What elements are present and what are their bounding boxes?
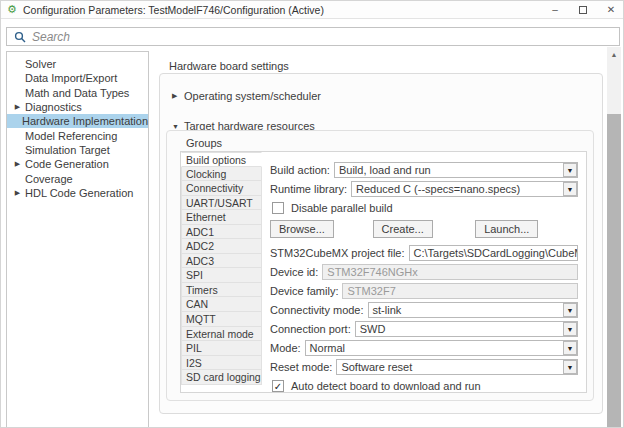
sidebar-item-label: HDL Code Generation (24, 187, 133, 199)
build-options-form: Build action: Build, load and run ▼ Runt… (262, 152, 586, 392)
reset-mode-select[interactable]: Software reset ▼ (336, 359, 578, 375)
auto-detect-label: Auto detect board to download and run (291, 380, 481, 392)
device-id-field: STM32F746NGHx (322, 264, 578, 280)
disable-parallel-build-label: Disable parallel build (291, 202, 393, 214)
connectivity-mode-label: Connectivity mode: (270, 304, 364, 316)
configuration-parameters-window: ⚙ Configuration Parameters: TestModelF74… (0, 0, 624, 428)
minimize-button[interactable]: – (541, 1, 569, 19)
sidebar-item-hdl-code-generation[interactable]: ▶HDL Code Generation (7, 186, 148, 200)
device-family-label: Device family: (270, 285, 338, 297)
chevron-right-icon[interactable]: ▶ (11, 160, 24, 168)
group-tab-adc3[interactable]: ADC3 (181, 254, 262, 269)
runtime-library-label: Runtime library: (270, 183, 347, 195)
window-title: Configuration Parameters: TestModelF746/… (23, 4, 324, 16)
group-tab-uart-usart[interactable]: UART/USART (181, 196, 262, 211)
sidebar-item-math-and-data-types[interactable]: Math and Data Types (7, 86, 148, 100)
group-tab-pil[interactable]: PIL (181, 341, 262, 356)
project-file-input[interactable]: C:\Targets\SDCardLogging\CubeMXWorkflow (409, 245, 579, 261)
connection-port-row: Connection port: SWD ▼ (270, 321, 578, 337)
sidebar-item-data-import-export[interactable]: Data Import/Export (7, 71, 148, 85)
build-action-row: Build action: Build, load and run ▼ (270, 162, 578, 178)
groups-tab-list: Build optionsClockingConnectivityUART/US… (181, 152, 262, 392)
reset-mode-row: Reset mode: Software reset ▼ (270, 359, 578, 375)
dropdown-arrow-icon[interactable]: ▼ (563, 303, 577, 317)
group-tab-timers[interactable]: Timers (181, 283, 262, 298)
group-tab-clocking[interactable]: Clocking (181, 167, 262, 182)
dropdown-arrow-icon[interactable]: ▼ (563, 322, 577, 336)
chevron-right-icon[interactable]: ▶ (11, 189, 24, 197)
disable-parallel-build-checkbox[interactable] (272, 202, 284, 214)
reset-mode-label: Reset mode: (270, 361, 332, 373)
group-tab-connectivity[interactable]: Connectivity (181, 181, 262, 196)
sidebar-item-label: Code Generation (24, 158, 109, 170)
group-tab-external-mode[interactable]: External mode (181, 327, 262, 342)
sidebar-item-model-referencing[interactable]: Model Referencing (7, 128, 148, 142)
sidebar-item-hardware-implementation[interactable]: Hardware Implementation (7, 114, 148, 128)
group-tab-sd-card-logging[interactable]: SD card logging (181, 370, 262, 385)
sidebar-item-diagnostics[interactable]: ▶Diagnostics (7, 100, 148, 114)
build-action-select[interactable]: Build, load and run ▼ (334, 162, 578, 178)
mode-label: Mode: (270, 342, 301, 354)
device-family-field: STM32F7 (342, 283, 578, 299)
button-cell: Create... (373, 220, 476, 239)
device-id-row: Device id: STM32F746NGHx (270, 264, 578, 280)
connectivity-mode-select[interactable]: st-link ▼ (368, 302, 578, 318)
app-gear-icon: ⚙ (7, 4, 18, 15)
disable-parallel-build-row: Disable parallel build (272, 201, 578, 215)
search-placeholder: Search (32, 30, 70, 44)
sidebar-item-code-generation[interactable]: ▶Code Generation (7, 157, 148, 171)
chevron-right-icon: ▶ (172, 92, 184, 100)
group-tab-ethernet[interactable]: Ethernet (181, 210, 262, 225)
section-operating-system-scheduler[interactable]: ▶ Operating system/scheduler (172, 90, 602, 102)
group-tab-adc2[interactable]: ADC2 (181, 239, 262, 254)
dropdown-arrow-icon[interactable]: ▼ (563, 163, 577, 177)
dropdown-arrow-icon[interactable]: ▼ (563, 360, 577, 374)
group-tab-spi[interactable]: SPI (181, 268, 262, 283)
runtime-library-select[interactable]: Reduced C (--specs=nano.specs) ▼ (351, 181, 578, 197)
group-tab-build-options[interactable]: Build options (181, 152, 262, 167)
browse-button[interactable]: Browse... (270, 220, 334, 238)
sidebar-item-label: Simulation Target (24, 144, 110, 156)
button-cell: Browse... (270, 220, 373, 239)
search-input[interactable]: Search (6, 27, 620, 46)
mode-row: Mode: Normal ▼ (270, 340, 578, 356)
auto-detect-checkbox[interactable]: ✓ (272, 380, 284, 392)
sidebar-item-coverage[interactable]: Coverage (7, 171, 148, 185)
project-file-row: STM32CubeMX project file: C:\Targets\SDC… (270, 245, 578, 261)
group-tab-can[interactable]: CAN (181, 297, 262, 312)
sidebar-item-label: Coverage (24, 173, 73, 185)
groups-content-panel: Build optionsClockingConnectivityUART/US… (180, 151, 587, 393)
sidebar-item-simulation-target[interactable]: Simulation Target (7, 143, 148, 157)
sidebar-item-label: Solver (24, 58, 56, 70)
vertical-scrollbar[interactable]: ▲ (607, 47, 621, 428)
title-bar: ⚙ Configuration Parameters: TestModelF74… (1, 1, 624, 19)
group-tab-mqtt[interactable]: MQTT (181, 312, 262, 327)
scrollbar-thumb[interactable] (607, 114, 621, 428)
sidebar-item-label: Hardware Implementation (21, 115, 148, 127)
sidebar-item-label: Math and Data Types (24, 87, 129, 99)
section-label: Operating system/scheduler (184, 90, 321, 102)
mode-select[interactable]: Normal ▼ (305, 340, 578, 356)
connectivity-mode-row: Connectivity mode: st-link ▼ (270, 302, 578, 318)
scroll-up-arrow-icon[interactable]: ▲ (607, 47, 621, 61)
chevron-down-icon: ▼ (172, 123, 184, 130)
dropdown-arrow-icon[interactable]: ▼ (563, 182, 577, 196)
launch-button[interactable]: Launch... (475, 220, 538, 238)
dropdown-arrow-icon[interactable]: ▼ (563, 341, 577, 355)
maximize-button[interactable] (569, 1, 597, 19)
search-icon (14, 31, 26, 43)
close-button[interactable]: ✕ (597, 1, 624, 19)
chevron-right-icon[interactable]: ▶ (11, 103, 24, 111)
device-family-row: Device family: STM32F7 (270, 283, 578, 299)
window-controls: – ✕ (541, 1, 624, 18)
runtime-library-row: Runtime library: Reduced C (--specs=nano… (270, 181, 578, 197)
button-cell: Launch... (475, 220, 578, 239)
sidebar-item-solver[interactable]: Solver (7, 57, 148, 71)
group-tab-i2s[interactable]: I2S (181, 356, 262, 371)
create-button[interactable]: Create... (373, 220, 433, 238)
connection-port-select[interactable]: SWD ▼ (355, 321, 578, 337)
target-hardware-resources-panel: Groups Build optionsClockingConnectivity… (166, 130, 594, 401)
groups-label: Groups (186, 137, 222, 149)
sidebar-item-label: Model Referencing (24, 130, 117, 142)
group-tab-adc1[interactable]: ADC1 (181, 225, 262, 240)
